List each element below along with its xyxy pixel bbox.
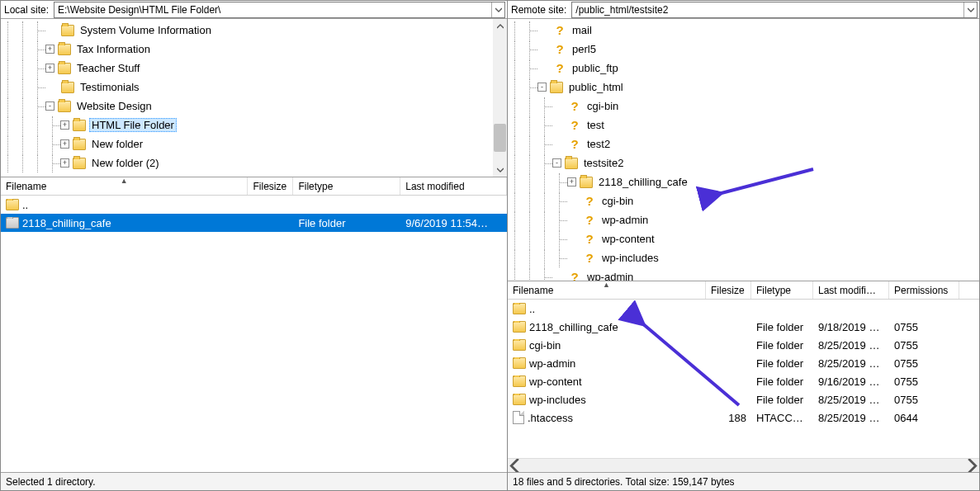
- cell-type: File folder: [751, 321, 813, 333]
- column-header[interactable]: Filetype: [751, 281, 813, 299]
- tree-item[interactable]: ?wp-includes: [508, 248, 979, 267]
- tree-item[interactable]: ?mail: [508, 21, 979, 40]
- tree-expander[interactable]: +: [60, 158, 69, 168]
- list-row[interactable]: .htaccess188HTACCE…8/25/2019 …0644: [508, 408, 979, 427]
- tree-expander[interactable]: -: [45, 102, 54, 111]
- tree-item[interactable]: -testsite2: [508, 153, 979, 172]
- column-header[interactable]: Last modifi…: [813, 281, 889, 299]
- tree-item-label: System Volume Information: [78, 23, 214, 37]
- local-file-list[interactable]: ..2118_chilling_cafeFile folder9/6/2019 …: [1, 196, 507, 472]
- local-tree-scrollbar[interactable]: [493, 19, 507, 177]
- filename-label: wp-includes: [529, 394, 586, 406]
- tree-item[interactable]: ?wp-admin: [508, 267, 979, 281]
- tree-item[interactable]: ?test: [508, 116, 979, 135]
- cell-perm: 0755: [889, 339, 959, 352]
- list-row[interactable]: cgi-binFile folder8/25/2019 …0755: [508, 336, 979, 354]
- remote-tree[interactable]: ?mail?perl5?public_ftp-public_html?cgi-b…: [508, 19, 979, 281]
- column-header[interactable]: Filesize: [248, 177, 293, 195]
- chevron-down-icon[interactable]: [491, 2, 504, 17]
- tree-item[interactable]: +New folder: [1, 135, 507, 153]
- tree-item[interactable]: -public_html: [508, 78, 979, 97]
- tree-item-label: test: [585, 118, 607, 132]
- cell-date: 9/18/2019 …: [813, 321, 889, 333]
- tree-item[interactable]: ?wp-admin: [508, 210, 979, 229]
- cell-date: 9/6/2019 11:54…: [400, 217, 507, 229]
- tree-item[interactable]: +Teacher Stuff: [1, 59, 507, 78]
- scroll-down-icon[interactable]: [493, 163, 507, 177]
- tree-item[interactable]: ?wp-content: [508, 229, 979, 248]
- scroll-right-icon[interactable]: [965, 459, 979, 472]
- cell-size: 188: [706, 412, 751, 424]
- tree-item-label: perl5: [570, 42, 599, 56]
- unknown-icon: ?: [583, 214, 596, 227]
- remote-file-list[interactable]: ..2118_chilling_cafeFile folder9/18/2019…: [508, 300, 979, 458]
- tree-item[interactable]: ?cgi-bin: [508, 97, 979, 116]
- tree-item-label: testsite2: [581, 156, 626, 170]
- scroll-up-icon[interactable]: [493, 19, 507, 33]
- remote-list-header[interactable]: Filename▲FilesizeFiletypeLast modifi…Per…: [508, 281, 979, 300]
- sort-asc-icon: ▲: [603, 281, 610, 289]
- list-row[interactable]: ..: [1, 196, 507, 214]
- tree-expander[interactable]: +: [60, 139, 69, 149]
- column-header[interactable]: Permissions: [889, 281, 959, 299]
- cell-perm: 0644: [889, 412, 959, 424]
- tree-expander[interactable]: +: [45, 64, 54, 73]
- list-row[interactable]: wp-includesFile folder8/25/2019 …0755: [508, 390, 979, 408]
- tree-expander[interactable]: -: [537, 83, 547, 92]
- tree-item[interactable]: ?test2: [508, 135, 979, 153]
- unknown-icon: ?: [583, 252, 596, 265]
- list-row[interactable]: wp-contentFile folder9/16/2019 …0755: [508, 372, 979, 390]
- unknown-icon: ?: [553, 24, 566, 37]
- filename-label: 2118_chilling_cafe: [22, 217, 111, 229]
- tree-expander[interactable]: -: [552, 158, 561, 168]
- local-path-input[interactable]: [54, 4, 491, 16]
- local-pane: Local site: System Volume Information+Ta…: [1, 1, 508, 490]
- tree-item[interactable]: ?cgi-bin: [508, 191, 979, 210]
- folder-icon: [513, 394, 526, 405]
- tree-item[interactable]: +2118_chilling_cafe: [508, 172, 979, 191]
- tree-item[interactable]: +HTML File Folder: [1, 116, 507, 135]
- tree-expander[interactable]: +: [60, 120, 69, 130]
- tree-item-label: Testimonials: [78, 80, 142, 94]
- list-row[interactable]: 2118_chilling_cafeFile folder9/6/2019 11…: [1, 214, 507, 232]
- folder-icon: [73, 120, 86, 131]
- tree-item[interactable]: +New folder (2): [1, 153, 507, 172]
- local-list-header[interactable]: Filename▲FilesizeFiletypeLast modified: [1, 177, 507, 196]
- local-tree[interactable]: System Volume Information+Tax Informatio…: [1, 19, 507, 177]
- unknown-icon: ?: [568, 100, 581, 113]
- remote-pane: Remote site: ?mail?perl5?public_ftp-publ…: [508, 1, 979, 490]
- list-row[interactable]: 2118_chilling_cafeFile folder9/18/2019 ……: [508, 318, 979, 336]
- remote-path-input[interactable]: [572, 4, 963, 16]
- tree-item[interactable]: -Website Design: [1, 97, 507, 116]
- list-row[interactable]: ..: [508, 300, 979, 318]
- column-header[interactable]: Filename▲: [1, 177, 248, 195]
- tree-item[interactable]: ?perl5: [508, 40, 979, 59]
- tree-expander[interactable]: +: [45, 45, 54, 54]
- column-header[interactable]: Filesize: [706, 281, 751, 299]
- folder-icon: [73, 158, 86, 169]
- chevron-down-icon[interactable]: [963, 2, 977, 17]
- remote-path-combobox[interactable]: [571, 2, 978, 18]
- local-path-combobox[interactable]: [54, 2, 505, 18]
- local-site-label: Local site:: [1, 4, 54, 16]
- column-header[interactable]: Filename▲: [508, 281, 706, 299]
- filename-label: wp-content: [529, 375, 582, 388]
- column-label: Last modifi…: [818, 285, 876, 296]
- tree-item-label: New folder (2): [89, 156, 162, 170]
- tree-item-label: Teacher Stuff: [74, 61, 142, 75]
- remote-list-hscroll[interactable]: [508, 458, 979, 472]
- tree-item[interactable]: +Tax Information: [1, 40, 507, 59]
- local-path-row: Local site:: [1, 1, 507, 19]
- tree-expander[interactable]: +: [567, 177, 576, 186]
- tree-item[interactable]: ?public_ftp: [508, 59, 979, 78]
- folder-icon: [61, 82, 74, 93]
- folder-icon: [580, 177, 593, 188]
- scroll-left-icon[interactable]: [508, 459, 522, 472]
- tree-item[interactable]: Testimonials: [1, 78, 507, 97]
- column-header[interactable]: Last modified: [400, 177, 507, 195]
- column-header[interactable]: Filetype: [293, 177, 400, 195]
- tree-item[interactable]: System Volume Information: [1, 21, 507, 40]
- list-row[interactable]: wp-adminFile folder8/25/2019 …0755: [508, 354, 979, 372]
- folder-icon: [58, 44, 71, 55]
- tree-item-label: Website Design: [74, 99, 154, 113]
